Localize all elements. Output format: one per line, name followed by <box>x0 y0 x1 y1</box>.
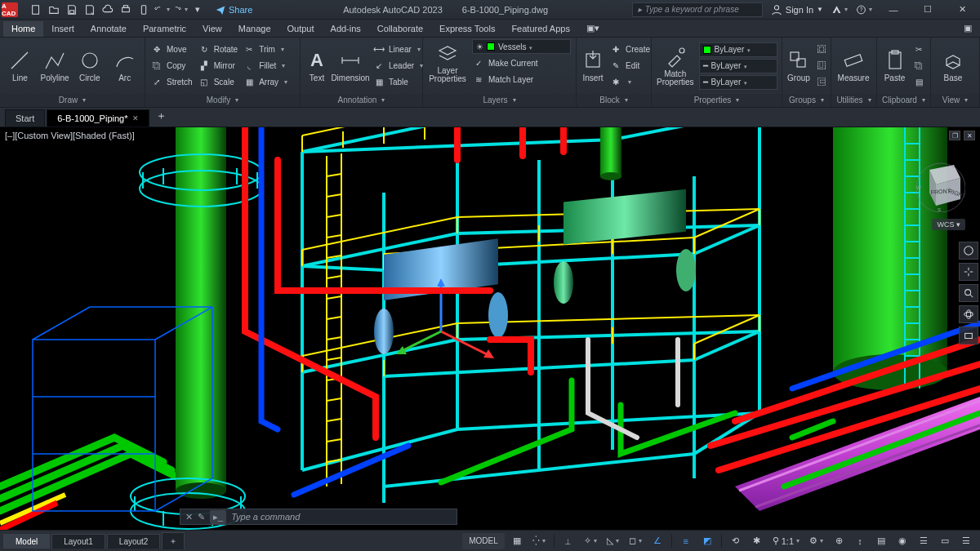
status-isolate-icon[interactable]: ☰ <box>915 533 933 549</box>
panel-layers-title[interactable]: Layers <box>423 94 576 107</box>
linear-button[interactable]: ⟷Linear <box>372 42 423 57</box>
tab-view[interactable]: View <box>194 21 230 37</box>
status-otrack-icon[interactable]: ∠ <box>648 533 666 549</box>
qat-save-icon[interactable] <box>64 2 80 17</box>
nav-pan-icon[interactable] <box>959 263 978 281</box>
insert-button[interactable]: Insert <box>581 49 604 82</box>
cmd-customize-icon[interactable]: ✎ <box>198 512 205 522</box>
qat-mobile-icon[interactable] <box>136 2 152 17</box>
status-hardware-icon[interactable]: ◉ <box>893 533 911 549</box>
status-grid-icon[interactable]: ▦ <box>508 533 526 549</box>
tab-output[interactable]: Output <box>279 21 323 37</box>
signin-button[interactable]: Sign In ▼ <box>771 4 823 16</box>
tab-collaborate[interactable]: Collaborate <box>369 21 431 37</box>
paste-button[interactable]: Paste <box>882 49 907 82</box>
status-3dosnap-icon[interactable]: ✱ <box>748 533 766 549</box>
stretch-button[interactable]: ⤢Stretch <box>150 75 193 90</box>
group-button[interactable]: Group <box>787 49 810 82</box>
close-tab-icon[interactable]: ✕ <box>132 114 139 122</box>
mirror-button[interactable]: ▞Mirror <box>198 59 238 73</box>
panel-modify-title[interactable]: Modify <box>145 94 300 107</box>
trim-button[interactable]: ✂Trim <box>243 42 287 57</box>
file-tab-start[interactable]: Start <box>5 109 45 127</box>
nav-zoom-icon[interactable] <box>959 284 978 302</box>
text-button[interactable]: AText <box>305 49 328 82</box>
status-workspace-icon[interactable]: ⚙ <box>806 533 826 549</box>
viewcube[interactable]: FRONT RIGHT S W <box>913 160 965 212</box>
ribbon-minimize-icon[interactable]: ▣ <box>956 20 980 37</box>
autodesk-app-icon[interactable] <box>831 2 848 17</box>
tab-annotate[interactable]: Annotate <box>82 21 135 37</box>
tab-parametric[interactable]: Parametric <box>135 21 194 37</box>
match-layer-button[interactable]: ≋Match Layer <box>472 72 571 87</box>
file-tab-active[interactable]: 6-B-1000_Piping*✕ <box>47 109 149 127</box>
status-model-button[interactable]: MODEL <box>462 533 505 549</box>
nav-showmotion-icon[interactable] <box>959 327 978 344</box>
status-customize-icon[interactable]: ☰ <box>957 533 975 549</box>
status-quickprops-icon[interactable]: ▤ <box>872 533 890 549</box>
panel-block-title[interactable]: Block <box>577 94 651 107</box>
create-block-button[interactable]: ✚Create <box>609 42 650 57</box>
status-cleanscreen-icon[interactable]: ▭ <box>936 533 954 549</box>
paste-special-icon[interactable]: ▤ <box>912 75 925 90</box>
panel-annotation-title[interactable]: Annotation <box>301 94 422 107</box>
close-button[interactable]: ✕ <box>949 1 975 19</box>
panel-view-title[interactable]: View <box>931 94 979 107</box>
nav-fullnav-icon[interactable] <box>959 242 978 260</box>
cmd-close-icon[interactable]: ✕ <box>185 512 193 522</box>
tab-express[interactable]: Express Tools <box>431 21 503 37</box>
qat-customize-icon[interactable]: ▾ <box>189 2 206 17</box>
tab-manage[interactable]: Manage <box>230 21 279 37</box>
qat-open-icon[interactable] <box>46 2 62 17</box>
group-select-icon[interactable]: ⿷ <box>815 75 828 90</box>
fillet-button[interactable]: ◟Fillet <box>243 59 287 73</box>
panel-properties-title[interactable]: Properties <box>652 94 782 107</box>
qat-new-icon[interactable] <box>28 2 44 17</box>
layout-tab-layout1[interactable]: Layout1 <box>51 534 105 549</box>
status-transparency-icon[interactable]: ◩ <box>698 533 716 549</box>
status-polar-icon[interactable]: ✧ <box>581 533 600 549</box>
status-cycling-icon[interactable]: ⟲ <box>727 533 745 549</box>
qat-saveas-icon[interactable] <box>82 2 98 17</box>
qat-cloud-icon[interactable] <box>100 2 116 17</box>
match-properties-button[interactable]: Match Properties <box>657 46 694 87</box>
command-line[interactable]: ✕ ✎ ▸_ Type a command <box>180 509 457 525</box>
status-isodraft-icon[interactable]: ◺ <box>604 533 622 549</box>
panel-clipboard-title[interactable]: Clipboard <box>877 94 930 107</box>
move-button[interactable]: ✥Move <box>150 42 193 57</box>
help-search-input[interactable]: ▸ Type a keyword or phrase <box>632 2 763 17</box>
group-ungroup-icon[interactable]: ⿶ <box>815 59 828 73</box>
status-lineweight-icon[interactable]: ≡ <box>677 533 695 549</box>
minimize-button[interactable]: — <box>880 1 906 19</box>
edit-block-button[interactable]: ✎Edit <box>609 59 650 73</box>
table-button[interactable]: ▦Table <box>372 75 423 90</box>
status-osnap-icon[interactable]: ◻ <box>626 533 645 549</box>
app-logo[interactable]: A CAD <box>2 2 18 17</box>
tab-featured[interactable]: Featured Apps <box>503 21 578 37</box>
dimension-button[interactable]: Dimension <box>333 49 368 82</box>
color-dropdown[interactable]: ByLayer <box>699 42 777 57</box>
layout-tab-new[interactable]: ＋ <box>162 532 185 549</box>
qat-redo-icon[interactable] <box>172 2 188 17</box>
rotate-button[interactable]: ↻Rotate <box>198 42 238 57</box>
tab-overflow-icon[interactable]: ▣▾ <box>578 20 608 37</box>
new-tab-button[interactable]: ＋ <box>151 105 167 127</box>
layout-tab-layout2[interactable]: Layout2 <box>107 534 161 549</box>
qat-plot-icon[interactable] <box>118 2 134 17</box>
group-edit-icon[interactable]: ⿴ <box>815 42 828 57</box>
make-current-button[interactable]: ✓Make Current <box>472 56 571 70</box>
measure-button[interactable]: Measure <box>836 49 871 82</box>
status-units-icon[interactable]: ↕ <box>851 533 869 549</box>
tab-home[interactable]: Home <box>3 21 43 37</box>
copy-button[interactable]: ⿻Copy <box>150 59 193 73</box>
wcs-label[interactable]: WCS ▾ <box>932 219 965 230</box>
panel-draw-title[interactable]: Draw <box>0 94 145 107</box>
block-attributes-button[interactable]: ✱ <box>609 75 650 90</box>
status-annomonitor-icon[interactable]: ⊕ <box>830 533 848 549</box>
base-view-button[interactable]: Base <box>936 49 970 82</box>
circle-button[interactable]: Circle <box>75 49 105 82</box>
lineweight-dropdown[interactable]: ━ByLayer <box>699 59 777 73</box>
maximize-button[interactable]: ☐ <box>915 1 941 19</box>
tab-addins[interactable]: Add-ins <box>323 21 369 37</box>
nav-orbit-icon[interactable] <box>959 305 978 323</box>
